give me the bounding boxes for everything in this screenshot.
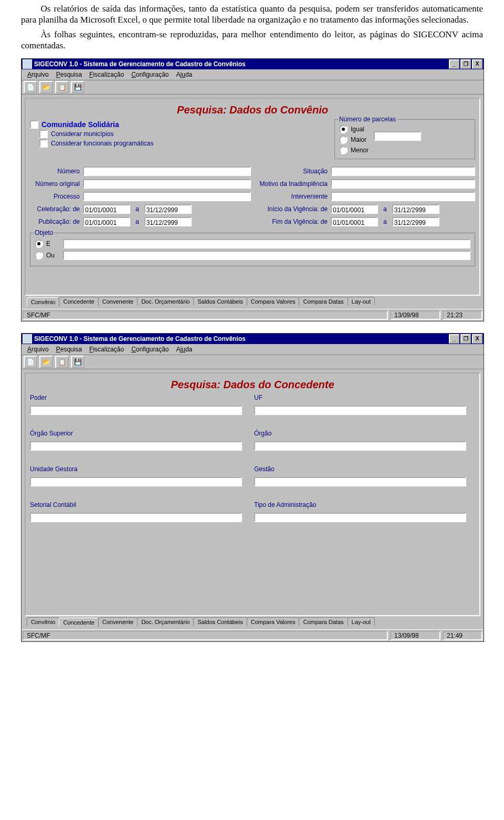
input-fimvig-de[interactable]: 01/01/0001: [331, 217, 378, 226]
menu-ajuda[interactable]: Ajuda: [173, 345, 196, 354]
menu-configuracao[interactable]: Configuração: [128, 70, 172, 79]
menu-fiscalizacao[interactable]: Fiscalização: [86, 70, 128, 79]
input-iniciovig-de[interactable]: 01/01/0001: [331, 204, 378, 214]
chk-comunidade-solidaria[interactable]: Comunidade Solidária: [30, 120, 334, 129]
titlebar: SIGECONV 1.0 - Sistema de Gerenciamento …: [22, 59, 484, 69]
input-gestao[interactable]: [254, 477, 466, 486]
radio-parcelas-menor[interactable]: Menor: [339, 146, 369, 154]
maximize-button[interactable]: ❐: [460, 334, 471, 344]
minimize-button[interactable]: _: [449, 334, 459, 344]
status-time: 21:49: [443, 631, 482, 640]
input-motivo-inadimplencia[interactable]: [331, 179, 475, 189]
tab-compara-valores[interactable]: Compara Valores: [247, 297, 300, 306]
menu-configuracao[interactable]: Configuração: [128, 345, 172, 354]
toolbar-btn-4[interactable]: 💾: [71, 356, 85, 368]
menu-pesquisa[interactable]: Pesquisa: [52, 70, 86, 79]
radio-parcelas-maior[interactable]: Maior: [339, 136, 369, 144]
menu-arquivo[interactable]: Arquivo: [24, 345, 52, 354]
input-numero[interactable]: [83, 167, 251, 176]
app-icon: [23, 59, 32, 69]
tab-saldos-contabeis[interactable]: Saldos Contábeis: [193, 617, 247, 626]
radio-parcelas-igual[interactable]: Igual: [339, 125, 369, 133]
app-icon: [23, 334, 32, 344]
input-interveniente[interactable]: [331, 192, 475, 201]
sigeconv-window-convenio: SIGECONV 1.0 - Sistema de Gerenciamento …: [21, 58, 484, 321]
status-time: 21:23: [443, 310, 482, 320]
menu-ajuda[interactable]: Ajuda: [173, 70, 196, 79]
input-fimvig-a[interactable]: 31/12/2999: [392, 217, 439, 226]
toolbar-btn-4[interactable]: 💾: [71, 81, 85, 94]
input-situacao[interactable]: [331, 167, 475, 176]
main-panel: Pesquisa: Dados do Concedente Poder UF: [25, 372, 480, 616]
label-setorial-contabil: Setorial Contábil: [30, 501, 76, 508]
label-unidade-gestora: Unidade Gestora: [30, 465, 78, 473]
input-poder[interactable]: [30, 406, 242, 415]
status-bar: SFC/MF 13/09/98 21:23: [22, 309, 484, 321]
doc-paragraph-1: Os relatórios de saída das informações, …: [21, 3, 483, 26]
input-orgao[interactable]: [254, 441, 466, 451]
input-objeto-2[interactable]: [63, 251, 470, 260]
input-iniciovig-a[interactable]: 31/12/2999: [392, 204, 439, 214]
maximize-button[interactable]: ❐: [460, 59, 471, 69]
page-title: Pesquisa: Dados do Convênio: [30, 104, 475, 116]
toolbar-btn-3[interactable]: 📋: [55, 81, 69, 94]
chk-considerar-funcionais[interactable]: Considerar funcionais programáticas: [39, 139, 334, 148]
doc-paragraph-2: Às folhas seguintes, encontram-se reprod…: [21, 29, 483, 51]
input-tipo-administracao[interactable]: [254, 513, 466, 522]
tab-convenente[interactable]: Convenente: [98, 617, 138, 626]
label-considerar-funcionais: Considerar funcionais programáticas: [51, 140, 153, 147]
tab-concedente[interactable]: Concedente: [59, 297, 98, 306]
label-tipo-administracao: Tipo de Administração: [254, 501, 316, 508]
minimize-button[interactable]: _: [449, 59, 459, 69]
toolbar: 📄 📂 📋 💾: [22, 80, 484, 95]
toolbar-btn-3[interactable]: 📋: [55, 356, 69, 368]
label-publicacao: Publicação: de: [30, 218, 80, 225]
sigeconv-window-concedente: SIGECONV 1.0 - Sistema de Gerenciamento …: [21, 333, 484, 642]
tab-saldos-contabeis[interactable]: Saldos Contábeis: [193, 297, 247, 306]
tab-convenente[interactable]: Convenente: [98, 297, 138, 306]
tab-concedente[interactable]: Concedente: [59, 618, 98, 627]
status-bar: SFC/MF 13/09/98 21:49: [22, 629, 484, 641]
toolbar-btn-1[interactable]: 📄: [24, 356, 37, 368]
menu-fiscalizacao[interactable]: Fiscalização: [86, 345, 128, 354]
menu-bar: Arquivo Pesquisa Fiscalização Configuraç…: [22, 344, 484, 355]
input-parcelas-valor[interactable]: [374, 131, 421, 141]
input-uf[interactable]: [254, 406, 466, 415]
input-publicacao-a[interactable]: 31/12/2999: [144, 217, 192, 226]
window-title: SIGECONV 1.0 - Sistema de Gerenciamento …: [34, 335, 448, 342]
label-gestao: Gestão: [254, 465, 275, 473]
menu-arquivo[interactable]: Arquivo: [24, 70, 52, 79]
input-setorial-contabil[interactable]: [30, 513, 242, 522]
tab-layout[interactable]: Lay-out: [348, 297, 375, 306]
input-publicacao-de[interactable]: 01/01/0001: [83, 217, 130, 226]
input-celebracao-de[interactable]: 01/01/0001: [83, 204, 130, 214]
tab-strip: Convênio Concedente Convenente Doc. Orça…: [25, 296, 480, 306]
tab-convenio[interactable]: Convênio: [27, 297, 59, 306]
input-celebracao-a[interactable]: 31/12/2999: [144, 204, 192, 214]
toolbar-btn-2[interactable]: 📂: [39, 356, 53, 368]
toolbar: 📄 📂 📋 💾: [22, 355, 484, 369]
chk-considerar-municipios[interactable]: Considerar municípios: [39, 130, 334, 138]
tab-doc-orcamentario[interactable]: Doc. Orçamentário: [137, 297, 194, 306]
tab-compara-valores[interactable]: Compara Valores: [247, 617, 300, 626]
tab-compara-datas[interactable]: Compara Datas: [299, 297, 348, 306]
label-interveniente: Interveniente: [254, 193, 328, 200]
input-objeto-1[interactable]: [63, 239, 470, 248]
tab-compara-datas[interactable]: Compara Datas: [299, 617, 348, 626]
page-title: Pesquisa: Dados do Concedente: [30, 379, 475, 391]
input-processo[interactable]: [83, 192, 251, 201]
label-comunidade-solidaria: Comunidade Solidária: [41, 120, 119, 129]
close-button[interactable]: X: [472, 334, 482, 344]
input-unidade-gestora[interactable]: [30, 477, 242, 486]
tab-convenio[interactable]: Convênio: [27, 617, 59, 626]
input-numero-original[interactable]: [83, 179, 251, 189]
tab-doc-orcamentario[interactable]: Doc. Orçamentário: [137, 617, 194, 626]
input-orgao-superior[interactable]: [30, 441, 242, 451]
tab-layout[interactable]: Lay-out: [348, 617, 375, 626]
menu-pesquisa[interactable]: Pesquisa: [52, 345, 86, 354]
toolbar-btn-2[interactable]: 📂: [39, 81, 53, 94]
close-button[interactable]: X: [472, 59, 482, 69]
toolbar-btn-1[interactable]: 📄: [24, 81, 37, 94]
radio-objeto-ou[interactable]: Ou: [35, 251, 59, 260]
radio-objeto-e[interactable]: E: [35, 240, 59, 248]
